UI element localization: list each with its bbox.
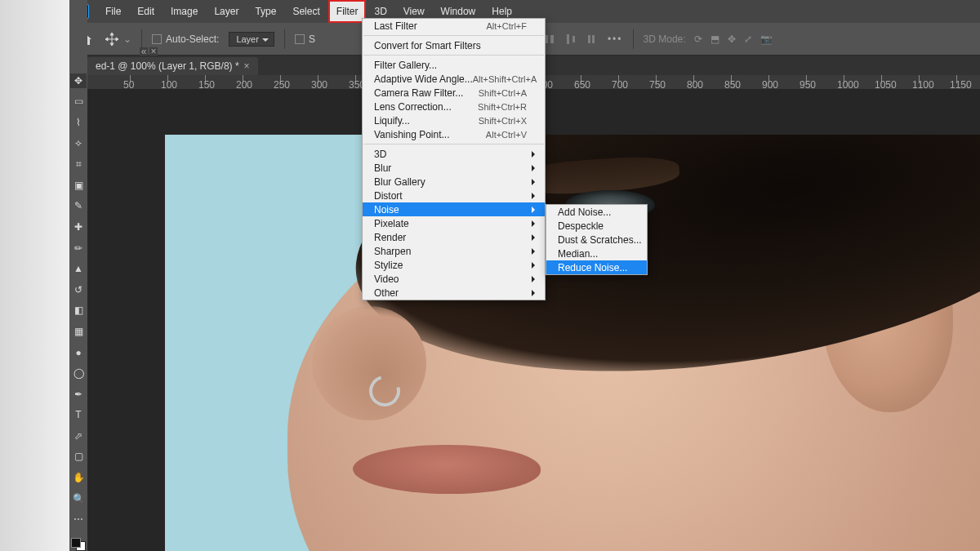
filter-menu-last-filter[interactable]: Last FilterAlt+Ctrl+F [363, 19, 545, 33]
eraser-tool[interactable]: ◧ [70, 304, 87, 318]
menu-item-label: Last Filter [374, 20, 417, 32]
noise-menu-add-noise[interactable]: Add Noise... [546, 205, 647, 219]
filter-menu-render[interactable]: Render [363, 230, 545, 244]
filter-menu-other[interactable]: Other [363, 286, 545, 300]
tab-scroll-left[interactable]: « [140, 47, 148, 56]
move-tool-menu-chevron[interactable]: ⌄ [123, 33, 131, 45]
menu-item-label: 3D [374, 149, 386, 160]
ruler-tick-label: 1050 [875, 79, 897, 90]
ruler-tick-label: 750 [649, 79, 666, 90]
noise-menu-despeckle[interactable]: Despeckle [546, 219, 647, 233]
magic-wand-tool[interactable]: ✧ [70, 136, 87, 151]
filter-menu-noise[interactable]: Noise [363, 202, 545, 216]
blur-tool[interactable]: ● [70, 345, 87, 360]
mode3d-icon-4[interactable]: ⤢ [744, 33, 752, 45]
menu-image[interactable]: Image [163, 0, 206, 23]
menu-item-shortcut: Shift+Ctrl+R [478, 102, 527, 112]
align-icon-4[interactable] [586, 33, 598, 45]
frame-tool[interactable]: ▣ [70, 178, 87, 193]
menu-select[interactable]: Select [284, 0, 327, 23]
ruler-tick-label: 1150 [950, 79, 972, 90]
lasso-tool[interactable]: ⌇ [70, 115, 87, 130]
clone-stamp-tool[interactable]: ▲ [70, 261, 87, 276]
document-tab[interactable]: ed-1 @ 100% (Layer 1, RGB/8) * × [87, 57, 258, 75]
filter-menu-sharpen[interactable]: Sharpen [363, 244, 545, 258]
gradient-tool[interactable]: ▦ [70, 324, 87, 339]
menu-item-label: Camera Raw Filter... [374, 87, 463, 99]
mode3d-icon-5[interactable]: 📷 [760, 33, 773, 45]
filter-menu-stylize[interactable]: Stylize [363, 258, 545, 272]
filter-menu-vanishing-point[interactable]: Vanishing Point...Alt+Ctrl+V [363, 127, 545, 141]
menu-item-label: Render [374, 232, 406, 243]
document-canvas[interactable] [165, 135, 980, 551]
brush-tool[interactable]: ✏ [70, 241, 87, 256]
zoom-tool[interactable]: 🔍 [70, 491, 87, 506]
menu-item-label: Adaptive Wide Angle... [374, 73, 473, 85]
noise-menu-reduce-noise[interactable]: Reduce Noise... [546, 260, 647, 274]
noise-menu-median[interactable]: Median... [546, 247, 647, 260]
menu-filter[interactable]: Filter [328, 0, 367, 23]
menu-item-label: Add Noise... [558, 207, 611, 218]
filter-menu-video[interactable]: Video [363, 272, 545, 286]
filter-menu-distort[interactable]: Distort [363, 189, 545, 202]
filter-menu-3d[interactable]: 3D [363, 147, 545, 161]
ruler-tick-label: 800 [687, 79, 703, 90]
noise-menu-dust-scratches[interactable]: Dust & Scratches... [546, 233, 647, 247]
pen-tool[interactable]: ✒ [70, 387, 87, 402]
ruler-tick-label: 300 [311, 79, 327, 90]
canvas-photo [165, 135, 980, 551]
menu-item-label: Median... [558, 248, 598, 260]
tab-well-controls: « × [140, 47, 158, 56]
filter-menu-filter-gallery[interactable]: Filter Gallery... [363, 58, 545, 72]
menu-file[interactable]: File [97, 0, 129, 23]
filter-menu-adaptive-wide-angle[interactable]: Adaptive Wide Angle...Alt+Shift+Ctrl+A [363, 72, 545, 86]
healing-brush-tool[interactable]: ✚ [70, 220, 87, 234]
align-more-button[interactable]: ••• [608, 33, 623, 45]
history-brush-tool[interactable]: ↺ [70, 282, 87, 297]
path-select-tool[interactable]: ⬀ [70, 429, 87, 443]
filter-menu-liquify[interactable]: Liquify...Shift+Ctrl+X [363, 113, 545, 127]
mode3d-icon-2[interactable]: ⬒ [710, 33, 719, 45]
hand-tool[interactable]: ✋ [70, 470, 87, 485]
filter-menu-convert-for-smart-filters[interactable]: Convert for Smart Filters [363, 38, 545, 52]
filter-menu-camera-raw-filter[interactable]: Camera Raw Filter...Shift+Ctrl+A [363, 86, 545, 100]
menu-edit[interactable]: Edit [129, 0, 163, 23]
align-icon-3[interactable] [565, 33, 577, 45]
auto-select-checkbox[interactable]: Auto-Select: [152, 33, 219, 45]
type-tool[interactable]: T [70, 408, 87, 423]
menu-item-label: Distort [374, 190, 403, 202]
mode3d-icon-1[interactable]: ⟳ [694, 33, 702, 45]
mode3d-icon-3[interactable]: ✥ [728, 33, 736, 45]
filter-menu-lens-correction[interactable]: Lens Correction...Shift+Ctrl+R [363, 100, 545, 113]
menu-item-label: Stylize [374, 260, 403, 271]
menu-type[interactable]: Type [247, 0, 284, 23]
color-swatch[interactable] [71, 538, 86, 551]
tab-close[interactable]: × [149, 47, 158, 56]
ruler-tick-label: 250 [274, 79, 290, 90]
move-tool[interactable]: ✥ [70, 73, 87, 88]
ruler-tick-label: 50 [123, 79, 134, 90]
auto-select-target-combo[interactable]: Layer [229, 32, 274, 47]
show-transform-checkbox[interactable]: S [295, 33, 315, 45]
filter-menu-pixelate[interactable]: Pixelate [363, 216, 545, 230]
ruler-tick-label: 850 [724, 79, 741, 90]
menu-layer[interactable]: Layer [206, 0, 247, 23]
svg-rect-5 [572, 36, 575, 42]
crop-tool[interactable]: ⌗ [70, 157, 87, 171]
ruler-tick-label: 950 [800, 79, 816, 90]
more-tools[interactable]: ⋯ [70, 512, 87, 527]
shape-tool[interactable]: ▢ [70, 450, 87, 464]
filter-menu-blur[interactable]: Blur [363, 161, 545, 175]
menu-item-label: Dust & Scratches... [558, 234, 642, 246]
menu-item-label: Lens Correction... [374, 101, 452, 113]
marquee-tool[interactable]: ▭ [70, 95, 87, 109]
tool-bar: ✥▭⌇✧⌗▣✎✚✏▲↺◧▦●◯✒T⬀▢✋🔍⋯ [69, 0, 87, 551]
dodge-tool[interactable]: ◯ [70, 366, 87, 380]
auto-select-label: Auto-Select: [166, 33, 219, 45]
ruler-tick-label: 150 [198, 79, 215, 90]
close-tab-icon[interactable]: × [244, 60, 250, 72]
filter-menu-blur-gallery[interactable]: Blur Gallery [363, 175, 545, 189]
menu-item-label: Sharpen [374, 246, 411, 257]
align-icon-2[interactable] [544, 33, 555, 45]
eyedropper-tool[interactable]: ✎ [70, 199, 87, 214]
